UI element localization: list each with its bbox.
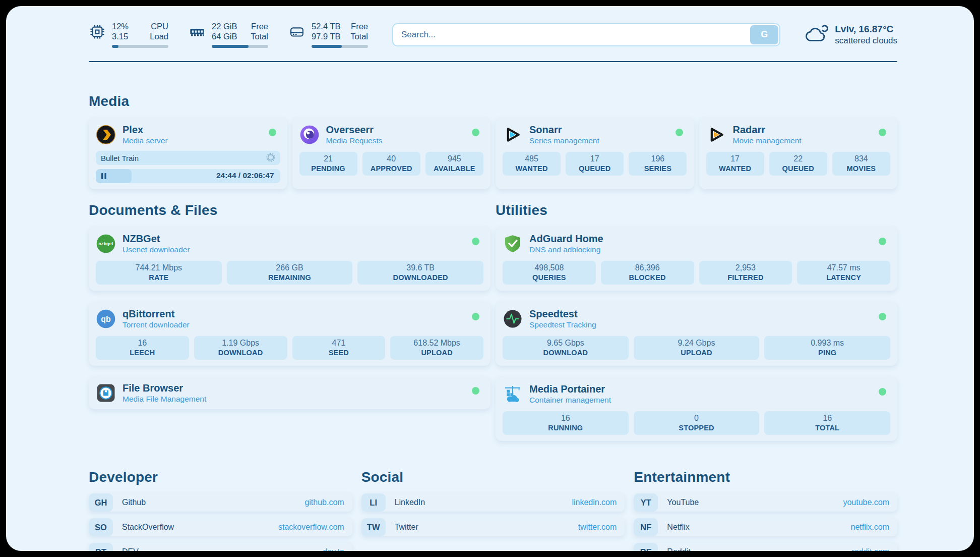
- app-card-filebrowser[interactable]: File Browser Media File Management: [89, 377, 491, 409]
- section-social: Social LI LinkedIn linkedin.com TW Twitt…: [361, 469, 625, 551]
- cpu-stat: 12%CPU 3.15Load: [89, 21, 168, 48]
- weather-location-temp: Lviv, 16.87°C: [835, 23, 897, 35]
- link-github[interactable]: GH Github github.com: [89, 493, 352, 512]
- app-card-speedtest[interactable]: Speedtest Speedtest Tracking 9.65 GbpsDO…: [496, 302, 897, 366]
- app-subtitle: DNS and adblocking: [529, 245, 603, 255]
- dashboard-page: 12%CPU 3.15Load 22 GiBFree 64 GiBTot: [6, 6, 974, 551]
- app-subtitle: Usenet downloader: [122, 245, 190, 255]
- stat-seed: 471SEED: [292, 336, 386, 360]
- link-abbr: TW: [361, 518, 386, 536]
- app-subtitle: Container management: [529, 395, 611, 405]
- cloud-icon: [805, 23, 828, 47]
- app-card-sonarr[interactable]: Sonarr Series management 485WANTED 17QUE…: [496, 118, 694, 189]
- status-dot: [879, 388, 886, 396]
- link-twitter[interactable]: TW Twitter twitter.com: [361, 518, 625, 536]
- app-name: Plex: [122, 124, 168, 136]
- stat-ping: 0.993 msPING: [764, 336, 890, 360]
- app-subtitle: Media server: [122, 136, 168, 146]
- link-name: Twitter: [395, 523, 578, 532]
- status-dot: [879, 238, 886, 245]
- cpu-label-1: CPU: [151, 21, 168, 31]
- playback-time: 24:44 / 02:06:47: [216, 171, 274, 180]
- storage-label-1: Free: [351, 21, 368, 31]
- memory-free-value: 22 GiB: [212, 21, 237, 31]
- link-abbr: DT: [89, 543, 113, 551]
- header-divider: [89, 61, 897, 62]
- memory-label-1: Free: [251, 21, 268, 31]
- stat-latency: 47.57 msLATENCY: [797, 261, 890, 285]
- memory-progress-bar: [212, 45, 268, 48]
- now-playing-title: Bullet Train: [101, 154, 139, 162]
- link-abbr: GH: [89, 493, 113, 512]
- link-stackoverflow[interactable]: SO StackOverflow stackoverflow.com: [89, 518, 352, 536]
- portainer-icon: [503, 384, 523, 404]
- system-stats: 12%CPU 3.15Load 22 GiBFree 64 GiBTot: [89, 21, 368, 48]
- section-title-utilities: Utilities: [496, 202, 897, 218]
- storage-free-value: 52.4 TB: [312, 21, 340, 31]
- app-card-adguard[interactable]: AdGuard Home DNS and adblocking 498,508Q…: [496, 227, 897, 291]
- link-abbr: SO: [89, 518, 113, 536]
- stat-series: 196SERIES: [629, 152, 687, 176]
- filebrowser-icon: [96, 383, 116, 403]
- app-card-nzbget[interactable]: nzbget NZBGet Usenet downloader 744.21 M…: [89, 227, 491, 291]
- playback-progress-bar[interactable]: 24:44 / 02:06:47: [96, 169, 280, 183]
- search-engine-button[interactable]: G: [750, 25, 778, 44]
- svg-text:nzbget: nzbget: [98, 241, 113, 246]
- session-gear-icon[interactable]: [266, 153, 275, 163]
- link-url: twitter.com: [578, 523, 617, 532]
- cpu-load-value: 3.15: [112, 31, 128, 41]
- app-card-portainer[interactable]: Media Portainer Container management 16R…: [496, 377, 897, 441]
- cpu-icon: [89, 23, 106, 42]
- stat-rate: 744.21 MbpsRATE: [96, 261, 222, 285]
- section-title-documents: Documents & Files: [89, 202, 491, 218]
- cpu-label-2: Load: [150, 31, 168, 41]
- plex-icon: [96, 125, 116, 145]
- link-netflix[interactable]: NF Netflix netflix.com: [634, 518, 897, 536]
- link-name: Reddit: [667, 547, 851, 551]
- status-dot: [472, 238, 479, 245]
- speedtest-icon: [503, 309, 523, 329]
- storage-progress-bar: [312, 45, 368, 48]
- link-name: YouTube: [667, 498, 843, 507]
- link-abbr: LI: [361, 493, 386, 512]
- app-card-radarr[interactable]: Radarr Movie management 17WANTED 22QUEUE…: [699, 118, 898, 189]
- stat-leech: 16LEECH: [96, 336, 189, 360]
- link-dev[interactable]: DT DEV dev.to: [89, 543, 352, 551]
- stat-queued: 22QUEUED: [769, 152, 827, 176]
- stat-download: 1.19 GbpsDOWNLOAD: [194, 336, 287, 360]
- stat-downloaded: 39.6 TBDOWNLOADED: [357, 261, 483, 285]
- ram-icon: [189, 23, 206, 42]
- sonarr-icon: [503, 125, 523, 145]
- app-card-plex[interactable]: Plex Media server Bullet Train: [89, 118, 287, 189]
- top-bar: 12%CPU 3.15Load 22 GiBFree 64 GiBTot: [89, 21, 897, 48]
- app-card-qbittorrent[interactable]: qb qBittorrent Torrent downloader 16LEEC…: [89, 302, 491, 366]
- stat-approved: 40APPROVED: [362, 152, 420, 176]
- app-card-overseerr[interactable]: Overseerr Media Requests 21PENDING 40APP…: [292, 118, 491, 189]
- link-name: DEV: [122, 547, 323, 551]
- status-dot: [472, 129, 479, 136]
- stat-available: 945AVAILABLE: [425, 152, 483, 176]
- section-media: Media Plex Media server Bullet Train: [89, 93, 897, 189]
- status-dot: [472, 387, 479, 395]
- link-url: netflix.com: [851, 523, 889, 532]
- app-subtitle: Movie management: [733, 136, 802, 146]
- stat-wanted: 485WANTED: [503, 152, 561, 176]
- app-subtitle: Speedtest Tracking: [529, 320, 596, 330]
- pause-icon[interactable]: [101, 173, 107, 182]
- search-input[interactable]: [401, 30, 749, 40]
- link-reddit[interactable]: RE Reddit reddit.com: [634, 543, 897, 551]
- link-linkedin[interactable]: LI LinkedIn linkedin.com: [361, 493, 625, 512]
- link-url: dev.to: [323, 547, 344, 551]
- stat-movies: 834MOVIES: [832, 152, 890, 176]
- disk-icon: [288, 23, 305, 42]
- app-name: Radarr: [733, 124, 802, 136]
- link-url: stackoverflow.com: [278, 523, 344, 532]
- link-youtube[interactable]: YT YouTube youtube.com: [634, 493, 897, 512]
- svg-text:qb: qb: [101, 315, 111, 323]
- stat-pending: 21PENDING: [299, 152, 357, 176]
- storage-total-value: 97.9 TB: [312, 31, 340, 41]
- stat-wanted: 17WANTED: [706, 152, 764, 176]
- app-subtitle: Series management: [529, 136, 599, 146]
- link-name: LinkedIn: [395, 498, 572, 507]
- stat-upload: 9.24 GbpsUPLOAD: [634, 336, 760, 360]
